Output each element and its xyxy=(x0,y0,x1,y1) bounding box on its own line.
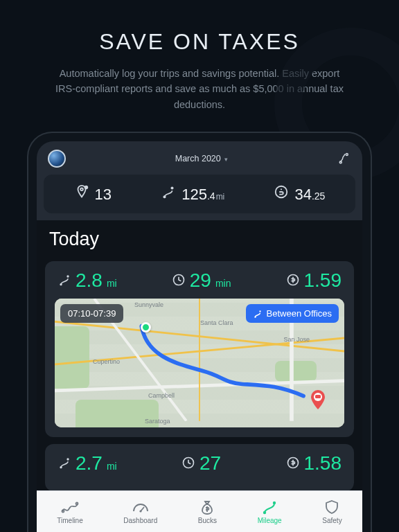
trip-distance-value: 2.7 xyxy=(76,452,103,475)
month-selector[interactable]: March 2020 ▾ xyxy=(175,154,229,163)
stat-distance-decimal: .4 xyxy=(207,190,215,202)
chevron-down-icon: ▾ xyxy=(224,156,228,163)
tab-timeline[interactable]: Timeline xyxy=(57,499,82,524)
trip-duration: 29min xyxy=(172,269,231,292)
clock-icon xyxy=(172,273,186,287)
app-screen: March 2020 ▾ 13 xyxy=(37,141,362,532)
route-path-icon xyxy=(57,273,71,287)
mileage-icon xyxy=(260,499,278,515)
trip-metrics: 2.8mi 29min 1.59 xyxy=(55,269,344,299)
svg-rect-12 xyxy=(315,395,321,398)
clock-icon xyxy=(181,456,195,470)
trip-card[interactable]: 2.8mi 29min 1.59 xyxy=(45,261,354,437)
route-icon[interactable] xyxy=(337,152,351,165)
svg-point-7 xyxy=(60,283,62,285)
savings-icon xyxy=(286,456,300,470)
stats-bar: 13 125.4mi 34.25 xyxy=(44,175,355,213)
trip-time-range: 07:10-07:39 xyxy=(60,304,123,323)
route-start-marker xyxy=(141,322,151,332)
trip-savings: 1.59 xyxy=(286,269,342,292)
svg-point-8 xyxy=(66,275,69,277)
trip-tag[interactable]: Between Offices xyxy=(246,304,339,323)
trip-distance: 2.7mi xyxy=(57,452,117,475)
trip-map: Sunnyvale Santa Clara San Jose Cupertino… xyxy=(55,299,344,427)
trip-duration: 27 xyxy=(181,452,221,475)
stat-distance-unit: mi xyxy=(216,192,225,202)
stat-savings: 34.25 xyxy=(274,184,325,204)
trip-distance-unit: mi xyxy=(107,278,117,289)
route-path-icon xyxy=(57,456,71,470)
stat-trips: 13 xyxy=(74,184,112,204)
route-path-icon xyxy=(161,184,176,200)
route-path-icon xyxy=(253,309,263,319)
svg-point-13 xyxy=(254,316,256,317)
tab-label: Bucks xyxy=(198,517,217,524)
tab-label: Safety xyxy=(322,517,342,524)
trip-distance-value: 2.8 xyxy=(76,269,103,292)
tab-label: Dashboard xyxy=(123,517,157,524)
avatar[interactable] xyxy=(48,150,66,168)
tab-bar: Timeline Dashboard Bucks Mileage Safety xyxy=(37,490,362,532)
trip-savings: 1.58 xyxy=(286,452,342,475)
trip-duration-unit: min xyxy=(215,278,231,289)
stat-distance-value: 125 xyxy=(181,186,207,203)
trip-distance-unit: mi xyxy=(107,461,117,472)
trip-duration-value: 27 xyxy=(200,452,221,475)
tab-label: Mileage xyxy=(258,517,282,524)
stat-savings-value: 34 xyxy=(294,186,311,203)
money-bag-icon xyxy=(198,499,216,515)
trip-savings-value: 1.58 xyxy=(304,452,342,475)
section-title: Today xyxy=(45,220,354,254)
tab-mileage[interactable]: Mileage xyxy=(258,499,282,524)
svg-point-5 xyxy=(171,186,174,189)
svg-point-3 xyxy=(84,186,88,190)
svg-point-16 xyxy=(66,458,69,460)
svg-point-20 xyxy=(76,503,78,505)
savings-icon xyxy=(286,273,300,287)
savings-icon xyxy=(274,184,289,200)
trip-metrics: 2.7mi 27 1.58 xyxy=(55,452,344,481)
route-end-marker xyxy=(308,390,328,409)
trip-card[interactable]: 2.7mi 27 1.58 xyxy=(45,444,354,491)
trip-savings-value: 1.59 xyxy=(304,269,342,292)
svg-point-4 xyxy=(163,195,166,198)
stat-trips-value: 13 xyxy=(95,186,112,204)
svg-point-15 xyxy=(60,466,62,468)
svg-point-23 xyxy=(273,502,276,504)
svg-point-14 xyxy=(259,310,260,312)
shield-icon xyxy=(323,499,341,515)
timeline-icon xyxy=(61,499,79,515)
svg-point-19 xyxy=(62,511,64,513)
gauge-icon xyxy=(132,499,150,515)
tab-dashboard[interactable]: Dashboard xyxy=(123,499,157,524)
tab-bucks[interactable]: Bucks xyxy=(198,499,217,524)
pin-icon xyxy=(74,184,89,200)
tab-safety[interactable]: Safety xyxy=(322,499,342,524)
svg-point-21 xyxy=(139,510,141,512)
trip-duration-value: 29 xyxy=(190,269,211,292)
svg-point-2 xyxy=(80,188,83,191)
svg-point-1 xyxy=(346,154,348,156)
tab-label: Timeline xyxy=(57,517,82,524)
month-label: March 2020 xyxy=(175,154,221,163)
svg-point-22 xyxy=(263,511,266,514)
stat-distance: 125.4mi xyxy=(161,184,224,204)
device-frame: March 2020 ▾ 13 xyxy=(27,132,372,532)
trip-distance: 2.8mi xyxy=(57,269,117,292)
app-topbar: March 2020 ▾ xyxy=(37,141,362,175)
trips-panel: Today 2.8mi 29min 1.59 xyxy=(37,220,362,532)
trip-tag-label: Between Offices xyxy=(267,308,332,319)
stat-savings-decimal: .25 xyxy=(312,190,325,202)
